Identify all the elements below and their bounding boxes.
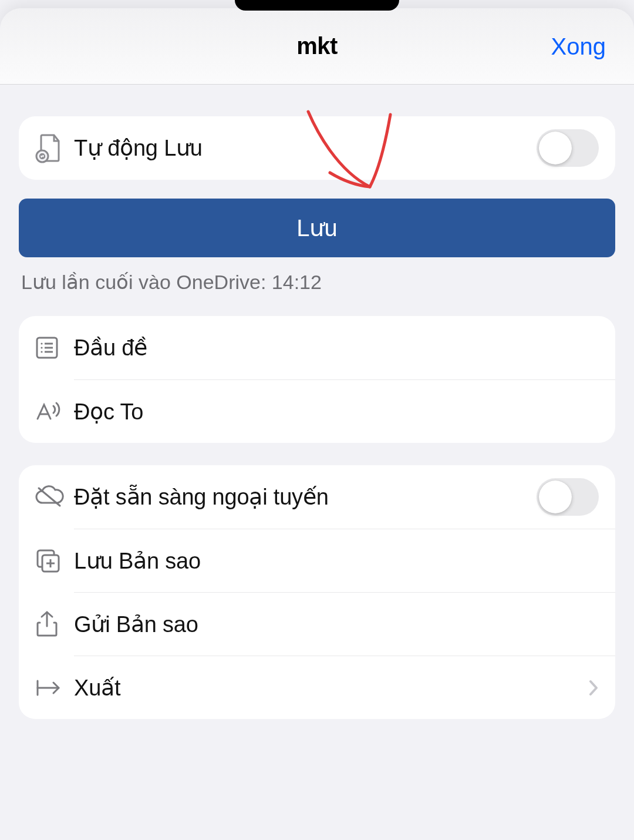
autosave-row[interactable]: Tự động Lưu [19, 116, 615, 180]
send-copy-label: Gửi Bản sao [74, 611, 599, 637]
done-button[interactable]: Xong [551, 33, 606, 59]
headings-row[interactable]: Đầu đề [19, 316, 615, 379]
autosave-toggle[interactable] [537, 129, 599, 167]
cloud-off-icon [31, 485, 74, 509]
export-row[interactable]: Xuất [74, 656, 615, 719]
chevron-right-icon [588, 679, 599, 697]
offline-label: Đặt sẵn sàng ngoại tuyến [74, 484, 537, 510]
headings-label: Đầu đề [74, 335, 599, 361]
device-notch [235, 0, 399, 11]
offline-toggle[interactable] [537, 478, 599, 516]
svg-point-6 [41, 351, 42, 352]
svg-point-4 [41, 347, 42, 348]
save-button[interactable]: Lưu [19, 199, 615, 257]
svg-point-0 [36, 150, 48, 162]
share-icon [31, 610, 74, 639]
autosave-label: Tự động Lưu [74, 135, 537, 161]
view-group: Đầu đề Đọc To [19, 316, 615, 443]
headings-icon [31, 335, 74, 361]
offline-row[interactable]: Đặt sẵn sàng ngoại tuyến [19, 465, 615, 529]
content-area: Tự động Lưu Lưu Lưu lần cuối vào OneDriv… [0, 85, 634, 719]
read-aloud-label: Đọc To [74, 399, 599, 425]
autosave-icon [31, 133, 74, 163]
save-copy-icon [31, 547, 74, 575]
save-copy-label: Lưu Bản sao [74, 548, 599, 574]
read-aloud-row[interactable]: Đọc To [74, 379, 615, 443]
modal-sheet: mkt Xong Tự động Lưu [0, 8, 634, 840]
sheet-header: mkt Xong [0, 8, 634, 85]
export-label: Xuất [74, 675, 588, 701]
save-button-label: Lưu [296, 214, 338, 241]
page-title: mkt [296, 33, 338, 59]
export-icon [31, 677, 74, 698]
file-group: Đặt sẵn sàng ngoại tuyến Lưu Bản sao [19, 465, 615, 719]
send-copy-row[interactable]: Gửi Bản sao [74, 592, 615, 656]
save-copy-row[interactable]: Lưu Bản sao [74, 529, 615, 592]
svg-point-2 [41, 342, 42, 344]
last-saved-status: Lưu lần cuối vào OneDrive: 14:12 [21, 270, 615, 294]
read-aloud-icon [31, 399, 74, 425]
autosave-card: Tự động Lưu [19, 116, 615, 180]
